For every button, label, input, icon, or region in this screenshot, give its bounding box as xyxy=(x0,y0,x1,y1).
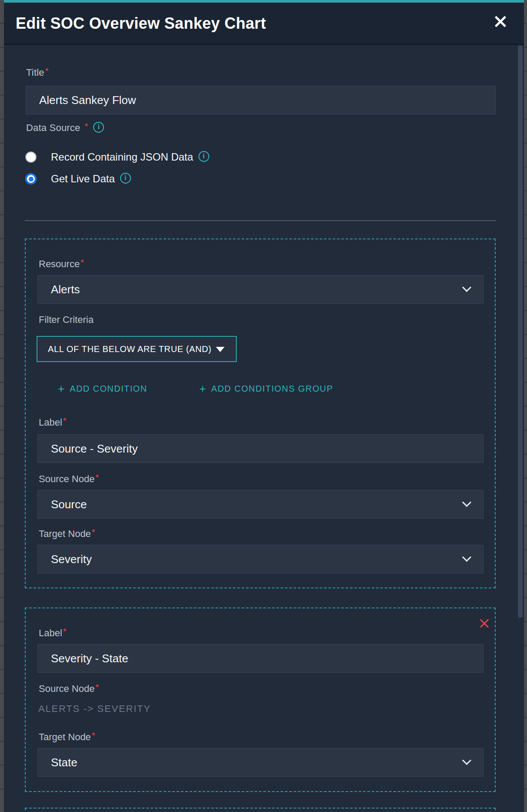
caret-down-icon xyxy=(216,347,225,352)
link1-target-node-select[interactable]: Severity xyxy=(37,545,483,574)
background-page-right xyxy=(524,0,527,812)
remove-group-icon[interactable] xyxy=(479,618,490,628)
chevron-down-icon xyxy=(462,498,471,507)
sankey-link-group-1: Resource* Alerts Filter Criteria ALL OF … xyxy=(25,238,496,588)
link1-source-node-select[interactable]: Source xyxy=(37,490,483,519)
filter-criteria-label: Filter Criteria xyxy=(39,314,94,325)
link1-source-node-label: Source Node* xyxy=(39,473,99,485)
filter-criteria-operator-value: ALL OF THE BELOW ARE TRUE (AND) xyxy=(48,344,211,354)
data-source-option-live: Get Live Data i xyxy=(25,173,131,185)
add-condition-button[interactable]: + ADD CONDITION xyxy=(58,382,147,396)
section-divider xyxy=(25,220,496,221)
radio-unselected[interactable] xyxy=(25,151,37,163)
edit-sankey-chart-modal: Edit SOC Overview Sankey Chart Title* Da… xyxy=(4,0,524,812)
sankey-link-group-3-partial xyxy=(25,808,496,812)
resource-select-value: Alerts xyxy=(51,283,80,296)
link2-source-node-label: Source Node* xyxy=(39,683,99,695)
resource-select[interactable]: Alerts xyxy=(37,275,483,304)
close-icon[interactable] xyxy=(493,13,508,29)
chevron-down-icon xyxy=(462,283,471,292)
add-conditions-group-button[interactable]: + ADD CONDITIONS GROUP xyxy=(199,382,333,396)
info-icon[interactable]: i xyxy=(198,151,209,162)
required-marker: * xyxy=(45,66,49,76)
required-marker: * xyxy=(63,416,67,426)
filter-criteria-operator-select[interactable]: ALL OF THE BELOW ARE TRUE (AND) xyxy=(37,336,237,362)
plus-icon: + xyxy=(199,382,206,396)
link1-target-node-value: Severity xyxy=(51,553,92,566)
chevron-down-icon xyxy=(462,553,471,562)
info-icon[interactable]: i xyxy=(120,173,131,184)
info-icon[interactable]: i xyxy=(93,122,104,133)
link2-target-node-value: State xyxy=(51,756,77,769)
scrollbar-thumb[interactable] xyxy=(518,45,523,618)
required-marker: * xyxy=(63,627,67,636)
required-marker: * xyxy=(85,121,88,131)
chevron-down-icon xyxy=(462,756,471,765)
modal-header: Edit SOC Overview Sankey Chart xyxy=(4,3,524,45)
data-source-option-json: Record Containing JSON Data i xyxy=(25,151,209,163)
radio-label[interactable]: Record Containing JSON Data xyxy=(51,151,193,163)
required-marker: * xyxy=(92,731,95,740)
required-marker: * xyxy=(81,258,84,267)
modal-title: Edit SOC Overview Sankey Chart xyxy=(16,14,266,33)
title-input[interactable] xyxy=(26,86,496,114)
data-source-label: Data Source* i xyxy=(26,122,104,134)
sankey-link-group-2: Label* Source Node* ALERTS -> SEVERITY T… xyxy=(25,607,496,792)
plus-icon: + xyxy=(58,382,64,396)
required-marker: * xyxy=(95,473,99,482)
radio-selected[interactable] xyxy=(25,173,37,185)
resource-label: Resource* xyxy=(39,258,84,270)
link2-target-node-label: Target Node* xyxy=(39,731,95,743)
link2-source-node-static-value: ALERTS -> SEVERITY xyxy=(38,703,151,715)
link2-label-field-label: Label* xyxy=(39,627,67,639)
required-marker: * xyxy=(95,682,99,692)
link1-target-node-label: Target Node* xyxy=(39,528,95,540)
required-marker: * xyxy=(92,527,95,537)
title-field-label: Title* xyxy=(26,67,49,78)
background-page-left xyxy=(0,0,4,812)
link1-label-field-label: Label* xyxy=(39,417,67,428)
link2-label-input[interactable] xyxy=(37,644,483,673)
link1-source-node-value: Source xyxy=(51,498,87,511)
link2-target-node-select[interactable]: State xyxy=(37,748,483,777)
link1-label-input[interactable] xyxy=(37,434,483,463)
radio-label[interactable]: Get Live Data xyxy=(51,173,115,185)
